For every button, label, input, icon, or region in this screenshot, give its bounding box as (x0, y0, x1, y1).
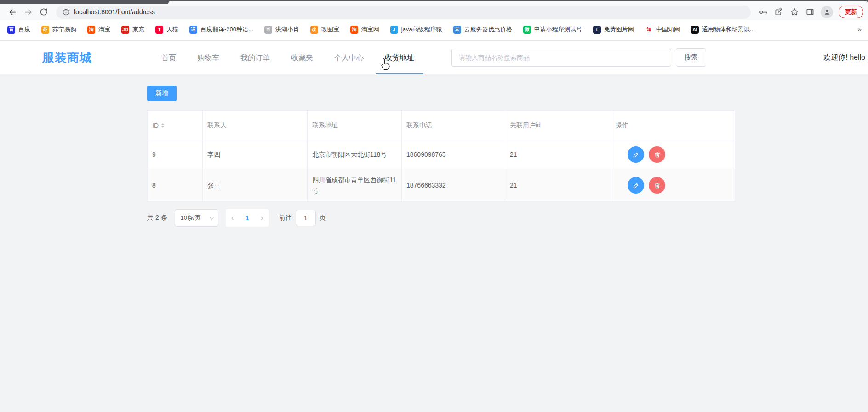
forward-icon (23, 7, 33, 17)
person-icon (823, 8, 831, 16)
bookmark-favicon: 淘 (87, 26, 95, 34)
reload-button[interactable] (36, 5, 51, 19)
column-header-label: 关联用户id (510, 121, 541, 130)
bookmark-item[interactable]: 译 百度翻译-200种语... (189, 25, 253, 34)
column-header: 联系地址 (308, 111, 402, 140)
column-header: 操作 (611, 111, 735, 140)
url-text[interactable]: localhost:8001/front/address (74, 8, 155, 16)
column-header[interactable]: ID (148, 111, 203, 140)
edit-pencil-icon (633, 151, 640, 158)
bookmark-favicon: 译 (189, 26, 197, 34)
nav-item[interactable]: 购物车 (188, 41, 228, 74)
bookmark-item[interactable]: J java高级程序猿 (390, 25, 442, 34)
cell-contact: 李四 (203, 140, 308, 169)
table-row: 9 李四 北京市朝阳区大北街118号 18609098765 21 (148, 140, 735, 169)
edit-pencil-icon (633, 182, 640, 189)
bookmark-label: 天猫 (166, 25, 178, 34)
address-table: ID 联系人 联系地址 联系电话 关联用户id 操作 (147, 110, 735, 202)
bookmark-label: 洪湖小肖 (275, 25, 299, 34)
delete-trash-icon (654, 151, 661, 158)
bookmark-favicon: 改 (310, 26, 318, 34)
edit-button[interactable] (628, 177, 644, 194)
bookmarks-overflow-icon[interactable]: » (857, 25, 862, 34)
nav-item[interactable]: 首页 (152, 41, 185, 74)
bookmark-favicon: t (593, 26, 601, 34)
delete-trash-icon (654, 182, 661, 189)
cell-user-id: 21 (505, 140, 611, 169)
bookmark-item[interactable]: 改 改图宝 (310, 25, 339, 34)
cell-contact: 张三 (203, 169, 308, 202)
bookmark-item[interactable]: 知 中国知网 (645, 25, 680, 34)
table-header-row: ID 联系人 联系地址 联系电话 关联用户id 操作 (148, 111, 735, 140)
bookmarks-bar: 百 百度 苏 苏宁易购 淘 淘宝 JD 京东 T 天猫 译 百度翻译-200种语… (0, 20, 868, 41)
bookmark-favicon: 知 (645, 26, 653, 34)
bookmark-favicon: T (155, 26, 163, 34)
bookmark-item[interactable]: T 天猫 (155, 25, 178, 34)
bookmark-favicon: 微 (523, 26, 531, 34)
bookmark-item[interactable]: 微 申请小程序测试号 (523, 25, 582, 34)
bookmark-item[interactable]: AI 通用物体和场景识... (691, 25, 755, 34)
nav-item[interactable]: 收货地址 (376, 41, 423, 74)
cell-user-id: 21 (505, 169, 611, 202)
add-button[interactable]: 新增 (147, 86, 177, 101)
page-size-select[interactable]: 10条/页 (175, 209, 218, 227)
back-button[interactable] (5, 5, 20, 19)
info-icon[interactable] (62, 8, 70, 16)
delete-button[interactable] (649, 146, 665, 163)
star-icon (790, 7, 799, 17)
bookmark-label: 百度翻译-200种语... (200, 25, 253, 34)
active-tab-top[interactable] (168, 1, 868, 4)
profile-avatar[interactable] (821, 6, 833, 18)
edit-button[interactable] (628, 146, 644, 163)
side-panel-button[interactable] (802, 5, 818, 19)
share-button[interactable] (771, 5, 787, 19)
forward-button[interactable] (20, 5, 36, 19)
bookmark-item[interactable]: 百 百度 (7, 25, 30, 34)
prev-page-button[interactable]: ‹ (226, 213, 240, 223)
share-icon (774, 7, 783, 17)
search-button[interactable]: 搜索 (676, 48, 706, 67)
site-logo[interactable]: 服装商城 (42, 50, 92, 66)
nav-item[interactable]: 收藏夹 (282, 41, 322, 74)
screen: localhost:8001/front/address 更新 百 百度 苏 苏… (0, 0, 868, 412)
tab-strip (0, 0, 868, 4)
total-count: 共 2 条 (147, 214, 167, 222)
pagination: 共 2 条 10条/页 ‹ 1 › 前往 页 (147, 209, 868, 227)
nav-item[interactable]: 个人中心 (325, 41, 373, 74)
search-input[interactable] (451, 49, 671, 67)
table-row: 8 张三 四川省成都市青羊区西御街11号 18766663332 21 (148, 169, 735, 202)
bookmark-item[interactable]: 肖 洪湖小肖 (264, 25, 299, 34)
nav-item[interactable]: 我的订单 (231, 41, 279, 74)
bookmark-item[interactable]: 淘 淘宝 (87, 25, 110, 34)
bookmark-item[interactable]: 淘 淘宝网 (350, 25, 379, 34)
bookmark-label: 免费图片网 (604, 25, 634, 34)
bookmark-item[interactable]: t 免费图片网 (593, 25, 634, 34)
omnibox[interactable]: localhost:8001/front/address (56, 6, 751, 19)
table-body: 9 李四 北京市朝阳区大北街118号 18609098765 21 8 张三 四… (148, 140, 735, 202)
bookmark-label: 淘宝 (98, 25, 110, 34)
bookmark-item[interactable]: 苏 苏宁易购 (41, 25, 76, 34)
bookmark-item[interactable]: JD 京东 (121, 25, 144, 34)
bookmark-label: 通用物体和场景识... (702, 25, 755, 34)
current-page-button[interactable]: 1 (240, 214, 255, 222)
bookmark-label: 苏宁易购 (52, 25, 76, 34)
side-panel-icon (805, 7, 815, 17)
next-page-button[interactable]: › (255, 213, 269, 223)
bookmark-favicon: 云 (453, 26, 461, 34)
sort-caret-icon[interactable] (161, 123, 165, 128)
chevron-down-icon (209, 215, 214, 220)
page-size-value: 10条/页 (181, 214, 201, 222)
column-header-label: ID (152, 122, 159, 129)
bookmark-item[interactable]: 云 云服务器优惠价格 (453, 25, 512, 34)
column-header-label: 联系地址 (312, 121, 338, 130)
bookmark-star-button[interactable] (787, 5, 802, 19)
cell-actions (611, 169, 735, 202)
password-key-button[interactable] (755, 5, 771, 19)
goto-page-input[interactable] (296, 210, 316, 226)
column-header: 联系人 (203, 111, 308, 140)
update-button[interactable]: 更新 (839, 6, 863, 18)
welcome-text: 欢迎你! hello (823, 53, 865, 63)
delete-button[interactable] (649, 177, 665, 194)
column-header-label: 操作 (616, 121, 628, 130)
content-area: 新增 ID 联系人 联系地址 联系电话 (0, 74, 868, 227)
